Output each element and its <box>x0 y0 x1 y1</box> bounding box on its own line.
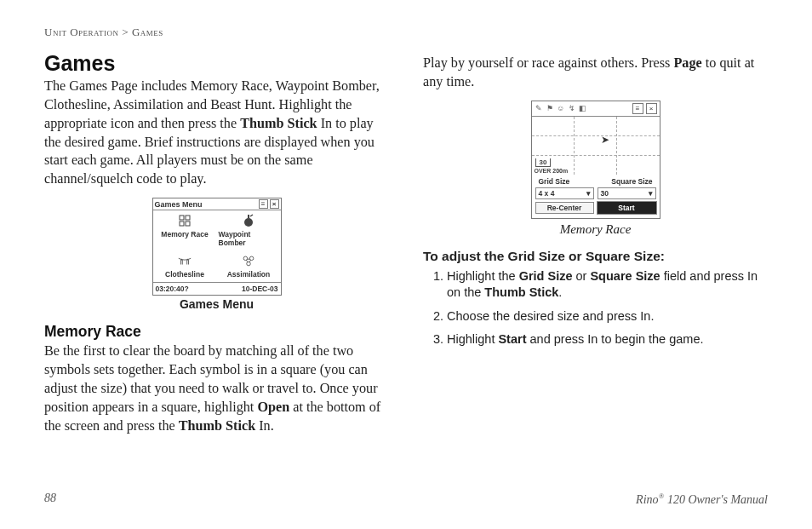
start-button[interactable]: Start <box>598 202 656 214</box>
manual-title: Rino® 120 Owner's Manual <box>636 492 768 507</box>
clothesline-icon <box>177 253 192 268</box>
memory-controls: Grid Size Square Size 4 x 4▾ 30▾ <box>532 175 660 218</box>
adjust-heading: To adjust the Grid Size or Square Size: <box>423 249 768 264</box>
status-time: 03:20:40? <box>156 285 189 293</box>
page-footer: 88 Rino® 120 Owner's Manual <box>44 492 768 507</box>
svg-rect-2 <box>180 221 184 226</box>
svg-point-9 <box>249 256 254 261</box>
right-column: Play by yourself or race against others.… <box>423 51 768 444</box>
cursor-icon: ➤ <box>601 134 609 146</box>
recenter-button[interactable]: Re-Center <box>535 202 594 214</box>
person-icon: ☺ <box>557 104 565 112</box>
assimilation-icon <box>241 253 256 268</box>
breadcrumb-page: Games <box>132 26 163 38</box>
adjust-steps: Highlight the Grid Size or Square Size f… <box>423 268 768 348</box>
dropdown-icon: ▾ <box>586 189 591 198</box>
games-menu-screen: Games Menu ≡ × Memory Race <box>152 198 282 296</box>
page-number: 88 <box>44 492 56 507</box>
tool-icon: ✎ <box>535 104 543 112</box>
menu-icon: ≡ <box>259 199 268 209</box>
svg-rect-1 <box>186 216 190 220</box>
svg-rect-0 <box>180 216 184 220</box>
game-waypoint-bomber: Waypoint Bomber <box>217 210 281 250</box>
memory-iconrow: ✎ ⚑ ☺ ↯ ◧ ≡ × <box>532 101 660 117</box>
memory-race-para: Be the first to clear the board by match… <box>44 342 389 435</box>
game-label: Waypoint Bomber <box>219 230 279 247</box>
route-icon: ↯ <box>568 104 576 112</box>
games-menu-title: Games Menu <box>155 200 257 209</box>
memory-race-screen: ✎ ⚑ ☺ ↯ ◧ ≡ × ➤ <box>531 101 660 219</box>
step-3: Highlight Start and press In to begin th… <box>447 331 768 348</box>
waypoint-bomber-icon <box>241 213 256 228</box>
status-date: 10-DEC-03 <box>242 285 278 293</box>
memory-map: ➤ 30 OVER 200m <box>532 117 660 175</box>
game-memory-race: Memory Race <box>153 210 217 250</box>
svg-point-4 <box>244 218 253 227</box>
svg-rect-5 <box>248 215 249 218</box>
square-size-label: Square Size <box>611 177 652 186</box>
breadcrumb-section: Unit Operation <box>44 26 119 38</box>
game-label: Clothesline <box>165 270 204 279</box>
breadcrumb: Unit Operation > Games <box>44 26 768 39</box>
svg-rect-3 <box>186 221 190 226</box>
left-column: Games The Games Page includes Memory Rac… <box>44 51 389 444</box>
breadcrumb-sep: > <box>122 26 129 38</box>
grid-size-label: Grid Size <box>539 177 570 186</box>
game-label: Assimilation <box>227 270 271 279</box>
svg-point-8 <box>243 256 248 261</box>
games-menu-titlebar: Games Menu ≡ × <box>153 198 281 210</box>
step-2: Choose the desired size and press In. <box>447 308 768 325</box>
game-clothesline: Clothesline <box>153 250 217 282</box>
memory-race-figure: ✎ ⚑ ☺ ↯ ◧ ≡ × ➤ <box>423 101 768 237</box>
games-heading: Games <box>44 51 389 76</box>
games-menu-figure: Games Menu ≡ × Memory Race <box>44 198 389 311</box>
square-size-field[interactable]: 30▾ <box>598 187 656 199</box>
memory-race-caption: Memory Race <box>423 222 768 237</box>
right-intro: Play by yourself or race against others.… <box>423 55 768 92</box>
close-icon: × <box>270 199 279 209</box>
games-intro: The Games Page includes Memory Race, Way… <box>44 78 389 189</box>
dropdown-icon: ▾ <box>649 189 653 198</box>
menu-icon: ≡ <box>632 103 643 114</box>
flag-icon: ⚑ <box>546 104 554 112</box>
svg-point-10 <box>247 262 251 267</box>
games-menu-caption: Games Menu <box>44 297 389 311</box>
mark-icon: ◧ <box>579 104 587 112</box>
scale-value: 30 <box>535 158 552 166</box>
memory-race-icon <box>177 213 192 228</box>
memory-race-heading: Memory Race <box>44 323 389 341</box>
close-icon: × <box>646 103 657 114</box>
step-1: Highlight the Grid Size or Square Size f… <box>447 268 768 302</box>
game-label: Memory Race <box>161 230 208 239</box>
game-assimilation: Assimilation <box>217 250 281 282</box>
games-menu-statusbar: 03:20:40? 10-DEC-03 <box>153 282 281 295</box>
grid-size-field[interactable]: 4 x 4▾ <box>535 187 594 199</box>
overshoot-label: OVER 200m <box>535 168 569 174</box>
